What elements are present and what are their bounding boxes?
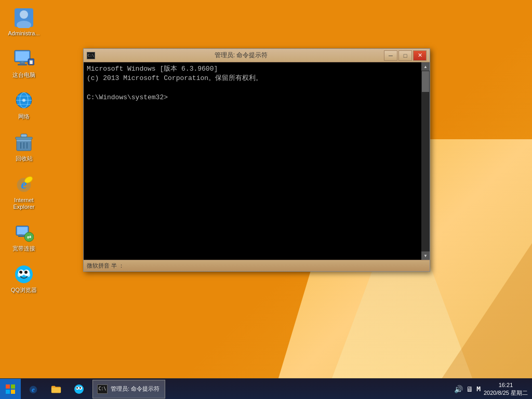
taskbar-ie-icon: e	[28, 384, 38, 394]
cmd-statusbar: 微软拼音 半 ：	[84, 260, 430, 271]
taskbar-cmd-label: 管理员: 命令提示符	[111, 385, 159, 393]
recycle-icon-img	[14, 132, 34, 153]
computer-icon-img: 📋	[14, 49, 34, 70]
icon-computer[interactable]: 📋 这台电脑	[5, 47, 43, 81]
svg-point-49	[79, 387, 81, 389]
scrollbar-track	[421, 71, 430, 251]
taskbar-tray: 🔊 🖥 M 16:21 2020/8/25 星期二	[450, 381, 532, 396]
cmd-window: C:\ 管理员: 命令提示符 ─ □ ✕ Microsoft Windows […	[83, 48, 430, 272]
cmd-minimize-button[interactable]: ─	[384, 50, 397, 61]
svg-point-1	[20, 10, 28, 19]
icon-ie[interactable]: e Internet Explorer	[5, 172, 43, 212]
taskbar-folder-icon	[51, 384, 61, 394]
taskbar-ie[interactable]: e	[24, 380, 45, 398]
taskbar: e	[0, 378, 532, 399]
svg-rect-19	[16, 137, 32, 139]
taskbar-folder[interactable]	[47, 380, 68, 398]
svg-point-15	[22, 99, 25, 102]
cmd-output: Microsoft Windows [版本 6.3.9600] (c) 2013…	[84, 62, 430, 104]
clock-date: 2020/8/25 星期二	[484, 389, 528, 396]
svg-point-36	[24, 271, 28, 274]
qq-icon-img	[14, 264, 34, 285]
svg-point-48	[76, 387, 78, 389]
icon-network[interactable]: 网络	[5, 88, 43, 122]
broadband-icon-img: ⇄	[14, 222, 34, 243]
icon-broadband[interactable]: ⇄ 宽带连接	[5, 220, 43, 254]
svg-point-38	[27, 273, 30, 277]
icon-admin[interactable]: Administra...	[5, 5, 43, 39]
scrollbar-thumb[interactable]	[422, 71, 429, 92]
svg-rect-39	[6, 384, 10, 389]
icon-recycle[interactable]: 回收站	[5, 130, 43, 164]
icon-qq[interactable]: QQ浏览器	[5, 262, 43, 296]
svg-text:⇄: ⇄	[27, 234, 31, 240]
clock[interactable]: 16:21 2020/8/25 星期二	[484, 381, 528, 396]
network-tray-icon[interactable]: 🖥	[466, 385, 473, 393]
svg-rect-29	[18, 236, 24, 237]
ime-icon[interactable]: M	[476, 385, 481, 393]
taskbar-cmd[interactable]: C:\ 管理员: 命令提示符	[92, 380, 165, 398]
svg-text:📋: 📋	[29, 59, 34, 64]
svg-text:e: e	[32, 385, 35, 393]
svg-rect-42	[11, 390, 15, 394]
svg-point-37	[18, 273, 21, 277]
clock-time: 16:21	[484, 381, 528, 389]
svg-rect-17	[17, 139, 31, 141]
svg-rect-40	[11, 384, 15, 389]
svg-rect-28	[19, 234, 22, 236]
admin-icon-img	[14, 7, 34, 28]
recycle-label: 回收站	[16, 155, 33, 162]
cmd-titlebar[interactable]: C:\ 管理员: 命令提示符 ─ □ ✕	[84, 49, 430, 62]
taskbar-browser-icon	[74, 384, 84, 394]
cmd-body[interactable]: Microsoft Windows [版本 6.3.9600] (c) 2013…	[84, 62, 430, 260]
svg-point-45	[74, 384, 84, 394]
cmd-title-icon: C:\	[87, 52, 95, 59]
broadband-label: 宽带连接	[12, 245, 35, 252]
cmd-controls: ─ □ ✕	[384, 50, 427, 61]
qq-label: QQ浏览器	[11, 287, 37, 294]
cmd-title-text: 管理员: 命令提示符	[98, 51, 384, 60]
svg-rect-7	[21, 61, 23, 63]
cmd-ime-status: 微软拼音 半 ：	[87, 262, 124, 270]
cmd-close-button[interactable]: ✕	[413, 50, 427, 61]
start-button[interactable]	[0, 379, 21, 400]
ie-icon-img: e	[14, 174, 34, 195]
desktop: Administra... 📋 这台电脑	[0, 0, 532, 399]
admin-label: Administra...	[8, 30, 39, 37]
network-icon-img	[14, 90, 34, 111]
svg-rect-41	[6, 390, 10, 394]
volume-icon[interactable]: 🔊	[454, 385, 463, 393]
svg-rect-4	[16, 51, 29, 61]
ie-label: Internet Explorer	[7, 197, 41, 210]
desktop-icons: Administra... 📋 这台电脑	[5, 5, 43, 296]
cmd-scrollbar[interactable]: ▲ ▼	[421, 62, 430, 260]
network-label: 网络	[18, 113, 30, 120]
taskbar-items: e	[21, 379, 450, 399]
svg-rect-6	[18, 64, 27, 65]
cmd-maximize-button[interactable]: □	[398, 50, 412, 61]
scrollbar-down[interactable]: ▼	[421, 251, 430, 260]
scrollbar-up[interactable]: ▲	[421, 62, 430, 71]
svg-rect-18	[21, 134, 27, 137]
taskbar-cmd-icon: C:\	[97, 384, 108, 394]
taskbar-browser[interactable]	[70, 380, 90, 398]
computer-label: 这台电脑	[12, 72, 35, 78]
